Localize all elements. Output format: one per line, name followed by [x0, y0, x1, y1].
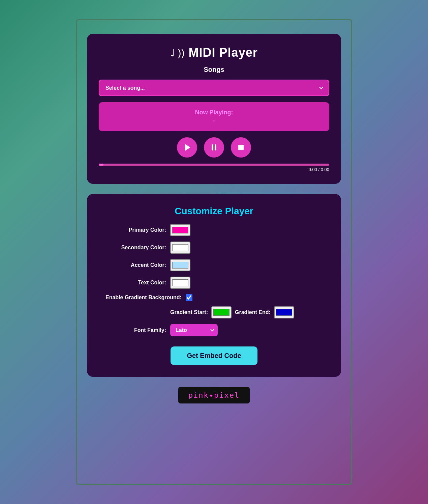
- pause-button[interactable]: [204, 137, 224, 158]
- footer-pink: pink✦pixel: [188, 391, 240, 399]
- text-color-input[interactable]: [170, 277, 190, 289]
- gradient-end-label: Gradient End:: [235, 309, 271, 315]
- stop-icon: [238, 145, 244, 150]
- text-color-label: Text Color:: [105, 280, 166, 286]
- gradient-bg-checkbox[interactable]: [186, 294, 192, 301]
- gradient-bg-row: Enable Gradient Background:: [105, 294, 192, 301]
- progress-container: 0:00 / 0:00: [99, 164, 329, 172]
- now-playing-track: -: [105, 117, 323, 124]
- music-note-icon: ♩ )): [170, 47, 184, 59]
- primary-color-row: Primary Color:: [105, 224, 190, 236]
- footer-logo: pink✦pixel: [178, 387, 250, 403]
- time-display: 0:00 / 0:00: [99, 167, 329, 172]
- pause-bar-right: [215, 144, 216, 150]
- pause-bar-left: [212, 144, 213, 150]
- now-playing-label: Now Playing:: [105, 109, 323, 116]
- customize-title: Customize Player: [175, 206, 253, 217]
- play-icon: [185, 144, 190, 151]
- now-playing-box: Now Playing: -: [99, 102, 329, 131]
- pause-icon: [212, 144, 216, 150]
- player-card: ♩ )) MIDI Player Songs Select a song... …: [87, 34, 341, 184]
- gradient-start-input[interactable]: [211, 306, 232, 318]
- play-button[interactable]: [177, 137, 197, 158]
- accent-color-input[interactable]: [170, 259, 190, 271]
- font-family-select[interactable]: Lato Arial Roboto Georgia Courier New: [170, 324, 218, 336]
- accent-color-label: Accent Color:: [105, 262, 166, 268]
- progress-bar-wrapper[interactable]: [99, 164, 329, 166]
- secondary-color-row: Secondary Color:: [105, 242, 190, 254]
- song-select[interactable]: Select a song...: [99, 80, 329, 96]
- player-header: ♩ )) MIDI Player: [170, 46, 257, 60]
- primary-color-label: Primary Color:: [105, 227, 166, 233]
- font-family-row: Font Family: Lato Arial Roboto Georgia C…: [105, 324, 218, 336]
- player-title: MIDI Player: [189, 46, 258, 60]
- stop-button[interactable]: [231, 137, 251, 158]
- gradient-colors-row: Gradient Start: Gradient End:: [105, 306, 294, 318]
- gradient-bg-label: Enable Gradient Background:: [105, 295, 182, 301]
- gradient-end-input[interactable]: [274, 306, 294, 318]
- primary-color-input[interactable]: [170, 224, 190, 236]
- get-embed-code-button[interactable]: Get Embed Code: [171, 346, 257, 365]
- outer-border: ♩ )) MIDI Player Songs Select a song... …: [76, 19, 352, 485]
- font-family-label: Font Family:: [105, 327, 166, 333]
- playback-controls: [177, 137, 251, 158]
- secondary-color-label: Secondary Color:: [105, 245, 166, 251]
- secondary-color-input[interactable]: [170, 242, 190, 254]
- footer-text: pink✦pixel: [188, 391, 240, 399]
- progress-bar-fill: [99, 164, 103, 166]
- customize-card: Customize Player Primary Color: Secondar…: [87, 194, 341, 377]
- accent-color-row: Accent Color:: [105, 259, 190, 271]
- songs-section-label: Songs: [204, 66, 224, 74]
- gradient-start-label: Gradient Start:: [170, 309, 208, 315]
- customize-form: Primary Color: Secondary Color: Accent C…: [99, 224, 329, 336]
- text-color-row: Text Color:: [105, 277, 190, 289]
